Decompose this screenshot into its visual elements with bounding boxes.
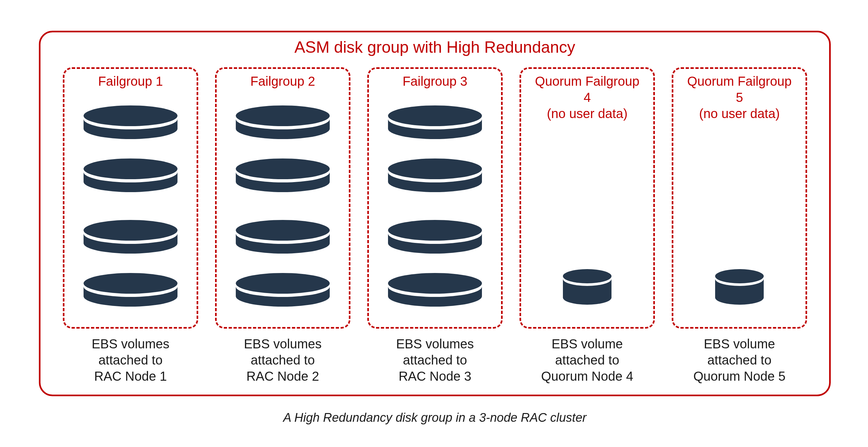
- failgroup-2-title: Failgroup 2: [215, 73, 350, 89]
- caption-line: EBS volumes: [396, 337, 474, 351]
- caption-line: EBS volume: [704, 337, 775, 351]
- quorum-4-number: 4: [584, 90, 591, 104]
- disk-icon: [388, 159, 482, 192]
- caption-line: attached to: [555, 353, 619, 367]
- disk-icon: [236, 105, 330, 139]
- disk-icon: [236, 159, 330, 192]
- caption-line: RAC Node 1: [94, 369, 167, 383]
- disk-icon: [388, 220, 482, 253]
- caption-line: EBS volume: [552, 337, 623, 351]
- caption-line: RAC Node 2: [246, 369, 319, 383]
- quorum-5-number: 5: [736, 90, 743, 104]
- disk-icon: [715, 269, 764, 305]
- disk-icon: [84, 220, 178, 253]
- caption-line: attached to: [98, 353, 163, 367]
- disk-icon: [84, 159, 178, 192]
- quorum-5-title-text: Quorum Failgroup: [687, 74, 792, 88]
- failgroup-3-caption: EBS volumes attached to RAC Node 3: [367, 336, 503, 384]
- failgroup-2-caption: EBS volumes attached to RAC Node 2: [215, 336, 350, 384]
- failgroup-1-title: Failgroup 1: [63, 73, 198, 89]
- failgroup-3-title: Failgroup 3: [367, 73, 503, 89]
- disk-icon: [236, 273, 330, 307]
- quorum-4-note: (no user data): [547, 106, 627, 121]
- disk-icon: [84, 273, 178, 307]
- failgroup-1-title-text: Failgroup 1: [98, 74, 163, 88]
- asm-disk-group-title: ASM disk group with High Redundancy: [39, 37, 831, 57]
- quorum-4-title-text: Quorum Failgroup: [535, 74, 639, 88]
- failgroup-1-caption: EBS volumes attached to RAC Node 1: [63, 336, 198, 384]
- caption-line: EBS volumes: [92, 337, 169, 351]
- quorum-failgroup-5-caption: EBS volume attached to Quorum Node 5: [672, 336, 807, 384]
- quorum-5-note: (no user data): [699, 106, 780, 121]
- caption-line: Quorum Node 5: [693, 369, 786, 383]
- disk-icon: [563, 269, 612, 305]
- figure-caption: A High Redundancy disk group in a 3-node…: [39, 411, 831, 425]
- disk-icon: [388, 105, 482, 139]
- disk-icon: [388, 273, 482, 307]
- quorum-failgroup-5-title: Quorum Failgroup 5 (no user data): [672, 73, 807, 122]
- caption-line: attached to: [403, 353, 467, 367]
- disk-icon: [84, 105, 178, 139]
- failgroup-3-title-text: Failgroup 3: [403, 74, 467, 88]
- caption-line: attached to: [251, 353, 315, 367]
- diagram-canvas: { "colors": { "accent": "#c00000", "disk…: [0, 0, 868, 447]
- quorum-failgroup-4-title: Quorum Failgroup 4 (no user data): [520, 73, 655, 122]
- caption-line: RAC Node 3: [399, 369, 471, 383]
- caption-line: EBS volumes: [244, 337, 321, 351]
- failgroup-2-title-text: Failgroup 2: [250, 74, 315, 88]
- caption-line: Quorum Node 4: [541, 369, 633, 383]
- caption-line: attached to: [707, 353, 772, 367]
- quorum-failgroup-4-caption: EBS volume attached to Quorum Node 4: [520, 336, 655, 384]
- disk-icon: [236, 220, 330, 253]
